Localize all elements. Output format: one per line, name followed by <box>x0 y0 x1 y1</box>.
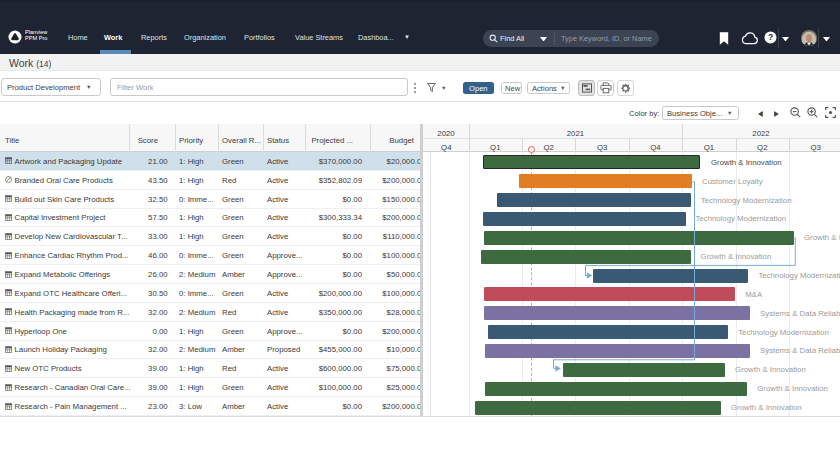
svg-text:?: ? <box>768 32 773 42</box>
